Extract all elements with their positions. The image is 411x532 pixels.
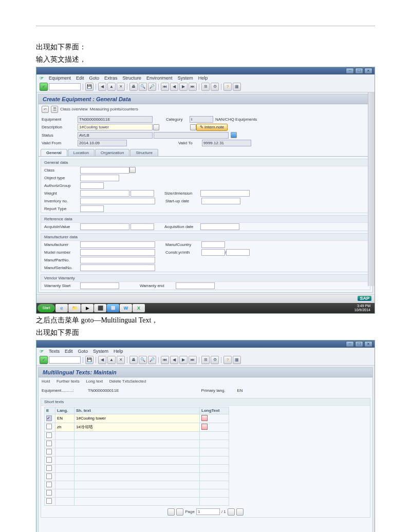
prev-row-icon[interactable] [176, 508, 183, 516]
input-constr-yr[interactable] [201, 249, 225, 256]
input-acqv-curr[interactable] [130, 223, 154, 230]
print-icon[interactable]: 🖶 [129, 83, 138, 91]
row-checkbox[interactable] [46, 457, 52, 463]
input-constr-mth[interactable] [226, 249, 250, 256]
list-small-icon[interactable]: ☰ [51, 106, 58, 113]
findnext-icon[interactable]: 🔎 [148, 83, 156, 91]
prevpage-icon[interactable]: ◀ [170, 356, 178, 364]
input-we[interactable] [176, 282, 215, 289]
cell-short[interactable]: 1#Cooling tower [74, 414, 200, 423]
row-checkbox[interactable] [46, 490, 52, 496]
menu-goto[interactable]: Goto [78, 349, 88, 354]
explorer-icon[interactable]: 📁 [68, 304, 81, 312]
tab-organization[interactable]: Organization [95, 149, 129, 156]
save-icon[interactable]: 💾 [85, 83, 94, 91]
maximize-icon[interactable]: ☐ [355, 68, 363, 74]
page-current[interactable]: 1 [196, 508, 220, 515]
close-icon[interactable]: ✕ [364, 341, 372, 347]
lastpage-icon[interactable]: ⏭ [189, 356, 197, 364]
longtext-icon[interactable] [201, 415, 208, 421]
input-weight[interactable] [80, 190, 129, 197]
command-field[interactable] [49, 356, 81, 364]
input-inv[interactable] [80, 198, 155, 204]
longtext-icon[interactable] [201, 424, 208, 430]
nextpage-icon[interactable]: ▶ [179, 83, 188, 91]
class-overview-button[interactable]: Class overview [60, 107, 88, 111]
ie-icon[interactable]: e [55, 304, 68, 312]
row-checkbox[interactable] [46, 432, 52, 438]
input-description[interactable]: 1#Cooling tower [78, 124, 153, 130]
save-icon[interactable]: 💾 [85, 356, 94, 364]
word-icon[interactable]: W [120, 304, 132, 312]
cell-lang[interactable]: zh [55, 423, 74, 431]
back-small-icon[interactable]: ⤺ [42, 106, 49, 113]
menu-goto[interactable]: Goto [89, 75, 100, 81]
menu-edit[interactable]: Edit [76, 75, 84, 81]
input-ws[interactable] [80, 282, 119, 289]
cell-short[interactable]: 1#冷却塔 [74, 423, 200, 431]
minimize-icon[interactable]: ─ [346, 68, 354, 74]
menu-extras[interactable]: Extras [104, 75, 118, 81]
last-row-icon[interactable] [236, 508, 244, 516]
find-icon[interactable]: 🔍 [139, 356, 147, 364]
tab-structure[interactable]: Structure [130, 149, 158, 156]
menu-environment[interactable]: Environment [146, 75, 173, 81]
app-icon[interactable]: ⬛ [94, 304, 106, 312]
input-startup[interactable] [201, 198, 240, 204]
exit-icon[interactable]: ▲ [107, 83, 116, 91]
cancel-icon[interactable]: ✕ [117, 83, 125, 91]
back-icon[interactable]: ◀ [98, 83, 106, 91]
cell-lang[interactable]: EN [55, 414, 74, 423]
enter-icon[interactable]: ✓ [40, 83, 48, 91]
shortcut-icon[interactable]: ⚙ [211, 356, 219, 364]
input-authg[interactable] [80, 182, 104, 189]
scrollbar[interactable] [368, 92, 375, 286]
menu-help[interactable]: Help [114, 349, 123, 354]
close-icon[interactable]: ✕ [364, 68, 372, 74]
menu-edit[interactable]: Edit [65, 349, 73, 354]
row-checkbox[interactable] [46, 424, 52, 429]
input-validfrom[interactable]: 2014.10.09 [78, 140, 127, 146]
input-model[interactable] [80, 249, 155, 256]
tab-location[interactable]: Location [68, 149, 95, 156]
note-icon[interactable] [190, 124, 196, 130]
hold-button[interactable]: Hold [42, 379, 50, 384]
row-checkbox[interactable] [46, 449, 52, 454]
input-acqd[interactable] [200, 223, 239, 230]
tab-general[interactable]: General [41, 149, 67, 156]
print-icon[interactable]: 🖶 [129, 356, 138, 364]
layout-icon[interactable]: ▦ [233, 356, 241, 364]
newsession-icon[interactable]: ⊞ [201, 356, 210, 364]
input-manu[interactable] [80, 241, 155, 248]
cancel-icon[interactable]: ✕ [117, 356, 125, 364]
taskbar-clock[interactable]: 3:49 PM10/9/2014 [351, 304, 373, 312]
maximize-icon[interactable]: ☐ [355, 341, 363, 347]
prevpage-icon[interactable]: ◀ [170, 83, 178, 91]
menu-structure[interactable]: Structure [123, 75, 142, 81]
command-field[interactable] [49, 83, 81, 90]
input-objtype[interactable] [80, 175, 119, 181]
input-class[interactable] [80, 167, 129, 174]
next-row-icon[interactable] [228, 508, 235, 516]
input-weight-unit[interactable] [130, 190, 154, 197]
start-button[interactable]: Start [38, 304, 55, 312]
input-partno[interactable] [80, 257, 155, 263]
measuring-points-button[interactable]: Measuring points/counters [90, 107, 138, 111]
menu-texts[interactable]: Texts [49, 349, 60, 354]
desc-f4-icon[interactable] [153, 124, 159, 130]
delete-txts-button[interactable]: Delete TxtsSelected [109, 379, 146, 384]
minimize-icon[interactable]: ─ [346, 341, 354, 347]
class-f4-icon[interactable] [129, 167, 136, 173]
input-mcountry[interactable] [201, 241, 225, 248]
input-acqv[interactable] [80, 223, 129, 230]
row-checkbox[interactable] [46, 498, 52, 504]
enter-icon[interactable]: ✓ [40, 356, 48, 364]
firstpage-icon[interactable]: ⏮ [161, 83, 169, 91]
find-icon[interactable]: 🔍 [139, 83, 147, 91]
help-icon[interactable]: ? [223, 356, 232, 364]
menu-system[interactable]: System [178, 75, 193, 81]
menu-system[interactable]: System [93, 349, 108, 354]
media-icon[interactable]: ▶ [81, 304, 94, 312]
help-icon[interactable]: ? [223, 83, 232, 91]
long-text-button[interactable]: Long text [86, 379, 103, 384]
